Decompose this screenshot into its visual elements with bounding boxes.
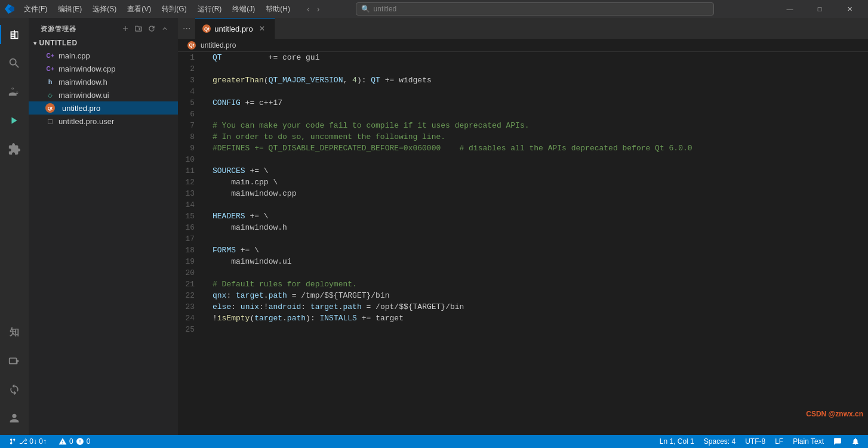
code-editor[interactable]: 1 2 3 4 5 6 7 8 9 10 11 12 13 14 15 16 1… xyxy=(178,52,868,435)
menu-run[interactable]: 运行(R) xyxy=(193,3,227,16)
collapse-button[interactable] xyxy=(159,23,171,35)
status-position[interactable]: Ln 1, Col 1 xyxy=(656,435,698,448)
activity-bar: 知 xyxy=(0,18,29,435)
folder-untitled[interactable]: ▾ UNTITLED xyxy=(29,37,178,49)
line-num-3: 3 xyxy=(178,75,202,86)
code-line-7: # You can make your code fail to compile… xyxy=(213,120,868,131)
activity-source-control[interactable] xyxy=(0,78,29,106)
line-num-8: 8 xyxy=(178,131,202,143)
code-line-4 xyxy=(213,86,868,97)
line-num-5: 5 xyxy=(178,97,202,109)
file-name-5: untitled.pro xyxy=(62,104,100,113)
line-num-10: 10 xyxy=(178,154,202,165)
file-mainwindow-cpp[interactable]: C+ mainwindow.cpp xyxy=(29,62,178,75)
line-num-13: 13 xyxy=(178,188,202,199)
status-errors-label: 0 xyxy=(69,437,73,446)
status-bar: ⎇ 0↓ 0↑ 0 0 Ln 1, Col 1 Spaces: 4 UTF-8 … xyxy=(0,435,868,448)
line-num-16: 16 xyxy=(178,222,202,233)
file-tree: ▾ UNTITLED C+ main.cpp C+ mainwindow.cpp… xyxy=(29,37,178,435)
activity-search[interactable] xyxy=(0,49,29,78)
activity-account[interactable] xyxy=(0,404,29,432)
titlebar: 文件(F) 编辑(E) 选择(S) 查看(V) 转到(G) 运行(R) 终端(J… xyxy=(0,0,868,18)
menu-select[interactable]: 选择(S) xyxy=(88,3,121,16)
line-num-18: 18 xyxy=(178,245,202,256)
chevron-down-icon: ▾ xyxy=(33,40,37,47)
breadcrumb-filename[interactable]: untitled.pro xyxy=(201,41,236,50)
command-palette[interactable]: 🔍 untitled xyxy=(356,2,714,16)
ui-file-icon: ◇ xyxy=(45,90,55,100)
breadcrumb: Qt untitled.pro xyxy=(178,39,868,52)
main-layout: 知 资源管理器 xyxy=(0,18,868,435)
nav-back-button[interactable]: ‹ xyxy=(304,3,312,15)
line-num-6: 6 xyxy=(178,109,202,120)
line-num-25: 25 xyxy=(178,324,202,335)
file-untitled-pro-user[interactable]: ◻ untitled.pro.user xyxy=(29,115,178,128)
line-num-2: 2 xyxy=(178,63,202,75)
activity-zhidao[interactable]: 知 xyxy=(0,318,29,347)
activity-run[interactable] xyxy=(0,106,29,135)
activity-extensions[interactable] xyxy=(0,135,29,163)
file-main-cpp[interactable]: C+ main.cpp xyxy=(29,49,178,62)
status-errors[interactable]: 0 0 xyxy=(55,435,94,448)
file-name-3: mainwindow.h xyxy=(59,78,107,86)
file-name: main.cpp xyxy=(59,51,90,60)
file-mainwindow-ui[interactable]: ◇ mainwindow.ui xyxy=(29,88,178,101)
code-line-14 xyxy=(213,199,868,211)
line-num-15: 15 xyxy=(178,211,202,222)
status-notification[interactable] xyxy=(848,435,863,448)
refresh-button[interactable] xyxy=(146,23,158,35)
code-line-22: qnx: target.path = /tmp/$${TARGET}/bin xyxy=(213,290,868,301)
status-spaces[interactable]: Spaces: 4 xyxy=(700,435,739,448)
code-line-13: mainwindow.cpp xyxy=(213,188,868,199)
nav-forward-button[interactable]: › xyxy=(315,3,322,15)
status-feedback[interactable] xyxy=(830,435,845,448)
tab-bar: ··· Qt untitled.pro ✕ xyxy=(178,18,868,39)
maximize-button[interactable]: □ xyxy=(806,0,833,18)
status-branch[interactable]: ⎇ 0↓ 0↑ xyxy=(5,435,50,448)
search-text: untitled xyxy=(374,5,397,13)
code-content[interactable]: QT += core gui greaterThan(QT_MAJOR_VERS… xyxy=(208,52,868,435)
menu-file[interactable]: 文件(F) xyxy=(19,3,52,16)
code-line-9: #DEFINES += QT_DISABLE_DEPRECATED_BEFORE… xyxy=(213,143,868,154)
menu-help[interactable]: 帮助(H) xyxy=(261,3,295,16)
code-line-19: mainwindow.ui xyxy=(213,256,868,267)
editor-wrapper: ··· Qt untitled.pro ✕ Qt untitled.pro 1 … xyxy=(178,18,868,435)
code-line-15: HEADERS += \ xyxy=(213,211,868,222)
status-eol[interactable]: LF xyxy=(771,435,787,448)
activity-sync[interactable] xyxy=(0,375,29,404)
vscode-icon xyxy=(5,4,14,14)
file-untitled-pro[interactable]: Qt untitled.pro xyxy=(29,101,178,115)
menu-goto[interactable]: 转到(G) xyxy=(157,3,191,16)
tab-overflow-button[interactable]: ··· xyxy=(178,23,195,34)
status-encoding[interactable]: UTF-8 xyxy=(741,435,769,448)
code-line-5: CONFIG += c++17 xyxy=(213,97,868,109)
code-line-3: greaterThan(QT_MAJOR_VERSION, 4): QT += … xyxy=(213,75,868,86)
file-name-6: untitled.pro.user xyxy=(59,117,114,126)
file-name-4: mainwindow.ui xyxy=(59,91,109,100)
pro-file-icon: Qt xyxy=(45,103,55,113)
code-line-23: else: unix:!android: target.path = /opt/… xyxy=(213,301,868,313)
file-mainwindow-h[interactable]: h mainwindow.h xyxy=(29,75,178,88)
status-language[interactable]: Plain Text xyxy=(789,435,827,448)
status-branch-label: ⎇ 0↓ 0↑ xyxy=(19,437,47,446)
tab-untitled-pro[interactable]: Qt untitled.pro ✕ xyxy=(195,18,275,39)
menu-terminal[interactable]: 终端(J) xyxy=(227,3,260,16)
activity-explorer[interactable] xyxy=(0,20,29,49)
menu-edit[interactable]: 编辑(E) xyxy=(53,3,87,16)
status-right: Ln 1, Col 1 Spaces: 4 UTF-8 LF Plain Tex… xyxy=(656,435,863,448)
code-line-17 xyxy=(213,233,868,245)
menu-bar: 文件(F) 编辑(E) 选择(S) 查看(V) 转到(G) 运行(R) 终端(J… xyxy=(19,3,295,16)
tab-close-button[interactable]: ✕ xyxy=(257,23,267,34)
line-num-14: 14 xyxy=(178,199,202,211)
sidebar-title: 资源管理器 xyxy=(41,24,76,33)
minimize-button[interactable]: — xyxy=(776,0,804,18)
code-line-10 xyxy=(213,154,868,165)
new-folder-button[interactable] xyxy=(133,23,144,35)
menu-view[interactable]: 查看(V) xyxy=(122,3,156,16)
code-line-16: mainwindow.h xyxy=(213,222,868,233)
search-icon: 🔍 xyxy=(361,5,370,13)
close-button[interactable]: ✕ xyxy=(836,0,863,18)
new-file-button[interactable] xyxy=(119,23,131,35)
activity-docker[interactable] xyxy=(0,347,29,375)
file-name-2: mainwindow.cpp xyxy=(59,64,115,73)
